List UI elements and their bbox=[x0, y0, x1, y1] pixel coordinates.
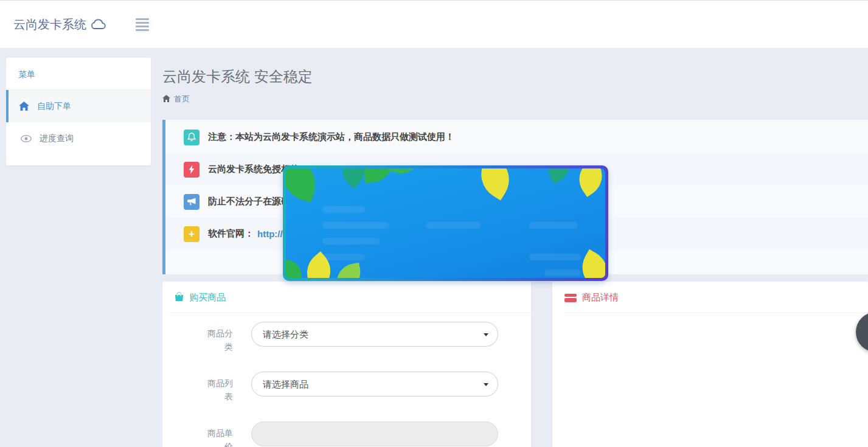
cloud-icon bbox=[91, 19, 106, 30]
category-select[interactable]: 请选择分类 bbox=[251, 322, 498, 347]
notice-row: 注意：本站为云尚发卡系统演示站，商品数据只做测试使用！ bbox=[165, 121, 868, 153]
eye-icon bbox=[21, 135, 32, 142]
breadcrumb-home-link[interactable]: 首页 bbox=[174, 94, 190, 105]
sidebar: 菜单 自助下单 进度查询 bbox=[6, 58, 151, 165]
buy-panel-header: 购买商品 bbox=[162, 282, 531, 313]
app-logo[interactable]: 云尚发卡系统 bbox=[13, 16, 106, 33]
home-icon bbox=[18, 102, 29, 111]
notice-text: 注意：本站为云尚发卡系统演示站，商品数据只做测试使用！ bbox=[208, 131, 454, 143]
page-title: 云尚发卡系统 安全稳定 bbox=[162, 67, 868, 86]
bolt-icon bbox=[184, 162, 200, 178]
app-header: 云尚发卡系统 bbox=[0, 0, 868, 49]
buy-goods-panel: 购买商品 商品分类 请选择分类 商品列表 请选择商品 商品单价 bbox=[162, 282, 531, 447]
sidebar-menu-title: 菜单 bbox=[6, 58, 151, 90]
bullhorn-icon bbox=[184, 194, 200, 210]
buy-form: 商品分类 请选择分类 商品列表 请选择商品 商品单价 bbox=[162, 313, 531, 447]
shopping-bag-icon bbox=[175, 292, 184, 303]
detail-panel-header: 商品详情 bbox=[552, 282, 868, 313]
product-select[interactable]: 请选择商品 bbox=[251, 372, 498, 397]
bell-icon bbox=[184, 130, 200, 145]
buy-panel-title: 购买商品 bbox=[189, 292, 226, 303]
promo-banner-inner bbox=[286, 168, 605, 278]
detail-panel-title: 商品详情 bbox=[582, 292, 619, 303]
notice-text: 软件官网： bbox=[208, 228, 254, 240]
form-row-category: 商品分类 请选择分类 bbox=[162, 322, 531, 353]
sidebar-item-label: 进度查询 bbox=[40, 133, 74, 144]
card-icon bbox=[564, 294, 577, 302]
goods-detail-panel: 商品详情 bbox=[552, 282, 868, 447]
sidebar-toggle-icon[interactable] bbox=[136, 18, 149, 31]
category-label: 商品分类 bbox=[204, 322, 233, 353]
form-row-product: 商品列表 请选择商品 bbox=[162, 372, 531, 403]
plus-icon: + bbox=[184, 226, 200, 242]
app-logo-text: 云尚发卡系统 bbox=[13, 16, 86, 33]
sidebar-item-self-order[interactable]: 自助下单 bbox=[6, 90, 151, 122]
promo-banner-image[interactable] bbox=[283, 165, 608, 281]
price-label: 商品单价 bbox=[204, 421, 233, 447]
panels-row: 购买商品 商品分类 请选择分类 商品列表 请选择商品 商品单价 bbox=[162, 282, 868, 447]
unit-price-input bbox=[251, 421, 498, 446]
sidebar-item-progress-query[interactable]: 进度查询 bbox=[6, 122, 151, 154]
form-row-price: 商品单价 bbox=[162, 421, 531, 447]
breadcrumb: 首页 bbox=[162, 94, 868, 105]
sidebar-item-label: 自助下单 bbox=[37, 101, 71, 112]
divider bbox=[564, 313, 868, 313]
home-breadcrumb-icon bbox=[162, 95, 170, 104]
product-label: 商品列表 bbox=[204, 372, 233, 403]
